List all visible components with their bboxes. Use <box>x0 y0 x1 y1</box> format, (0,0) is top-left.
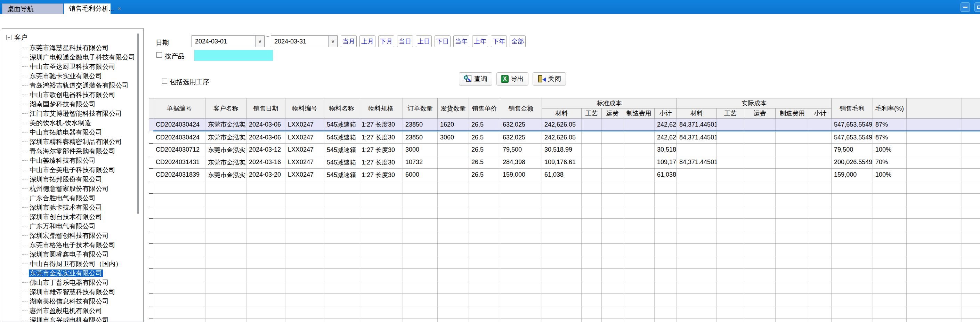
table-cell[interactable] <box>717 219 744 231</box>
table-cell[interactable] <box>469 244 500 256</box>
table-cell[interactable] <box>744 244 776 256</box>
table-cell[interactable] <box>582 194 602 206</box>
table-cell[interactable] <box>809 256 832 269</box>
maximize-button[interactable] <box>974 2 980 12</box>
table-cell[interactable] <box>623 143 655 156</box>
table-cell[interactable] <box>542 256 582 269</box>
table-cell[interactable]: 242,626.05 <box>655 131 677 143</box>
table-cell[interactable] <box>153 206 205 219</box>
table-cell[interactable] <box>438 219 469 231</box>
table-cell[interactable]: 61,038 <box>655 169 677 181</box>
sidebar-item-customer[interactable]: 深圳市拓邦股份有限公司 <box>22 175 143 184</box>
table-cell[interactable] <box>677 231 717 244</box>
table-cell[interactable]: 545减速箱 <box>325 119 359 131</box>
table-cell[interactable] <box>542 194 582 206</box>
table-cell[interactable]: 6000 <box>403 169 438 181</box>
table-cell[interactable] <box>809 269 832 281</box>
table-cell[interactable] <box>285 194 325 206</box>
table-cell[interactable] <box>469 306 500 319</box>
table-cell[interactable] <box>744 219 776 231</box>
table-cell[interactable] <box>744 306 776 319</box>
table-cell[interactable] <box>285 206 325 219</box>
table-cell[interactable] <box>809 206 832 219</box>
table-cell[interactable]: 2024-03-06 <box>247 119 285 131</box>
table-cell[interactable]: 545减速箱 <box>325 143 359 156</box>
table-cell[interactable] <box>582 269 602 281</box>
date-quick-button[interactable]: 当年 <box>453 35 469 47</box>
table-cell[interactable] <box>623 206 655 219</box>
table-cell[interactable] <box>873 294 907 306</box>
table-cell[interactable] <box>623 181 655 194</box>
table-cell[interactable] <box>623 194 655 206</box>
sidebar-item-customer[interactable]: 杭州德意智家股份有限公司 <box>22 184 143 193</box>
table-cell[interactable] <box>873 319 907 322</box>
table-cell[interactable] <box>602 131 623 143</box>
table-cell[interactable] <box>776 231 809 244</box>
table-cell[interactable] <box>602 169 623 181</box>
table-cell[interactable]: 284,398 <box>500 156 542 169</box>
table-cell[interactable]: 100% <box>873 143 907 156</box>
table-cell[interactable] <box>623 319 655 322</box>
table-cell[interactable] <box>403 181 438 194</box>
table-cell[interactable] <box>744 294 776 306</box>
table-cell[interactable] <box>623 281 655 294</box>
table-cell[interactable]: 79,500 <box>500 143 542 156</box>
table-cell[interactable] <box>247 281 285 294</box>
table-cell[interactable] <box>205 269 247 281</box>
table-cell[interactable] <box>776 194 809 206</box>
table-cell[interactable] <box>469 194 500 206</box>
table-cell[interactable] <box>717 181 744 194</box>
row-selector-cell[interactable] <box>149 143 153 156</box>
table-cell[interactable]: 26.5 <box>469 119 500 131</box>
sidebar-item-customer[interactable]: 中山市歌创电器科技有限公司 <box>22 90 143 99</box>
table-cell[interactable] <box>744 206 776 219</box>
table-cell[interactable] <box>582 169 602 181</box>
table-cell[interactable] <box>677 281 717 294</box>
table-cell[interactable]: 242,626.05 <box>542 119 582 131</box>
table-cell[interactable] <box>717 319 744 322</box>
export-button[interactable]: X 导出 <box>496 72 528 86</box>
table-cell[interactable] <box>873 269 907 281</box>
table-cell[interactable]: 70% <box>873 156 907 169</box>
tab-desktop-nav[interactable]: 桌面导航 <box>2 3 63 14</box>
table-cell[interactable] <box>285 269 325 281</box>
table-cell[interactable] <box>776 269 809 281</box>
table-cell[interactable] <box>247 219 285 231</box>
row-selector-cell[interactable] <box>149 256 153 269</box>
table-cell[interactable] <box>717 306 744 319</box>
table-cell[interactable] <box>832 231 873 244</box>
table-cell[interactable] <box>542 306 582 319</box>
table-cell[interactable]: 109,176.61 <box>655 156 677 169</box>
tab-sales-profit-analysis[interactable]: 销售毛利分析... × <box>64 3 111 14</box>
table-cell[interactable] <box>717 231 744 244</box>
table-cell[interactable]: 东莞市金泓实业有限公司 <box>205 169 247 181</box>
sidebar-item-customer[interactable]: 湖南国梦科技有限公司 <box>22 99 143 109</box>
table-cell[interactable] <box>359 206 403 219</box>
table-cell[interactable] <box>325 269 359 281</box>
table-cell[interactable] <box>717 194 744 206</box>
table-cell[interactable]: 632,025 <box>500 131 542 143</box>
table-cell[interactable] <box>542 281 582 294</box>
table-cell[interactable] <box>873 219 907 231</box>
table-cell[interactable]: 87% <box>873 131 907 143</box>
table-cell[interactable] <box>677 206 717 219</box>
table-cell[interactable]: 23850 <box>403 119 438 131</box>
table-cell[interactable] <box>469 281 500 294</box>
table-cell[interactable] <box>403 256 438 269</box>
table-cell[interactable] <box>359 181 403 194</box>
date-quick-button[interactable]: 下年 <box>491 35 507 47</box>
table-cell[interactable]: CD2024031839 <box>153 169 205 181</box>
sidebar-item-customer[interactable]: 中山百得厨卫有限公司（国内） <box>22 259 143 268</box>
table-cell[interactable] <box>582 119 602 131</box>
table-cell[interactable] <box>655 294 677 306</box>
table-cell[interactable] <box>359 294 403 306</box>
table-cell[interactable] <box>153 244 205 256</box>
table-cell[interactable] <box>832 306 873 319</box>
table-cell[interactable] <box>602 319 623 322</box>
table-cell[interactable] <box>776 256 809 269</box>
row-selector-cell[interactable] <box>149 206 153 219</box>
table-cell[interactable] <box>677 256 717 269</box>
table-cell[interactable] <box>873 256 907 269</box>
table-cell[interactable] <box>153 319 205 322</box>
table-cell[interactable] <box>500 231 542 244</box>
